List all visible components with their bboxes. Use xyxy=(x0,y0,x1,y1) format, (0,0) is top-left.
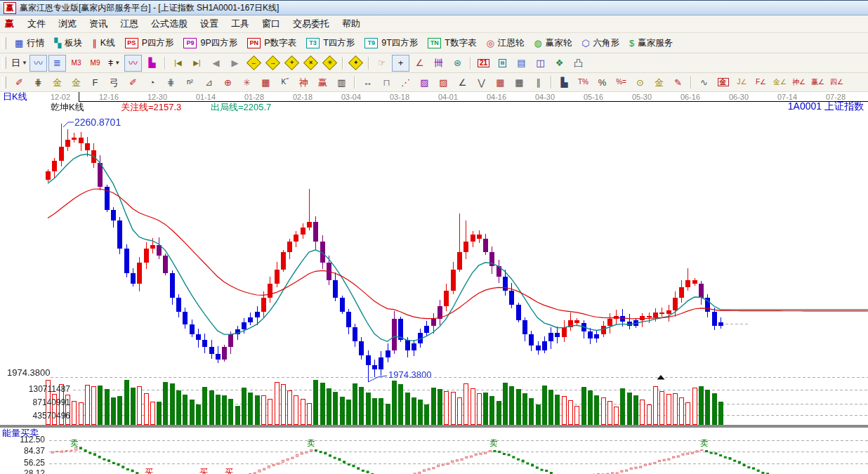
candle-style-button[interactable]: ǂ▼ xyxy=(105,55,123,72)
percent-line-button[interactable]: %= xyxy=(612,74,630,91)
9p-square-button[interactable]: P99P四方形 xyxy=(178,34,242,51)
menu-item-9[interactable]: 帮助 xyxy=(336,17,367,30)
ruler-grid-button[interactable]: ⋕ xyxy=(162,74,180,91)
f-angle-button[interactable]: F∠ xyxy=(752,74,770,91)
9t-square-button[interactable]: T99T四方形 xyxy=(360,34,423,51)
menu-item-0[interactable]: 文件 xyxy=(21,17,52,30)
percent-button[interactable]: % xyxy=(593,74,611,91)
gold-angle-button[interactable]: 金∠ xyxy=(771,74,789,91)
menu-item-2[interactable]: 资讯 xyxy=(83,17,114,30)
gold-grid2-button[interactable]: 金 xyxy=(67,74,85,91)
nav-prev-button[interactable]: ◀ xyxy=(207,55,225,72)
parallel-lines-button[interactable]: ∥ xyxy=(530,74,547,91)
toolbar-grip[interactable] xyxy=(2,57,6,69)
star-grid-button[interactable]: ✳ xyxy=(238,74,256,91)
winner-wheel-button[interactable]: ◍赢家轮 xyxy=(529,34,577,51)
chart-9-button[interactable]: M9 xyxy=(86,55,104,72)
ruler-123-button[interactable]: ▥ xyxy=(333,74,350,91)
t-percent-button[interactable]: T% xyxy=(574,74,592,91)
nav-next-button[interactable]: ▶ xyxy=(226,55,244,72)
t-number-button[interactable]: TNT数字表 xyxy=(423,34,481,51)
rect-tool-button[interactable]: ⊓ xyxy=(378,74,395,91)
sectors-button[interactable]: ▚板块 xyxy=(49,34,87,51)
grid-dark-button[interactable]: ▦ xyxy=(511,74,528,91)
menu-item-8[interactable]: 交易委托 xyxy=(287,17,336,30)
menu-item-4[interactable]: 公式选股 xyxy=(145,17,194,30)
pen-button[interactable]: ✎ xyxy=(669,74,687,91)
box-grid-button[interactable]: ▦ xyxy=(257,74,275,91)
bow-grid-button[interactable]: 弓 xyxy=(105,74,123,91)
gold-line-button[interactable]: 金 xyxy=(650,74,668,91)
n2-grid-button[interactable]: n² xyxy=(181,74,199,91)
p-square-button[interactable]: PSP四方形 xyxy=(120,34,179,51)
nav-first-button[interactable]: |◀ xyxy=(169,55,187,72)
ying-button[interactable]: 赢 xyxy=(314,74,331,91)
zoom-x-button[interactable]: × xyxy=(302,55,320,72)
width-measure-button[interactable]: ↔ xyxy=(359,74,376,91)
menu-item-5[interactable]: 设置 xyxy=(194,17,225,30)
gann-wheel-button[interactable]: ◎江恩轮 xyxy=(482,34,530,51)
oscillator-axis-label: 28.12 xyxy=(0,469,45,474)
zoom-h-button[interactable]: + xyxy=(283,55,301,72)
j-angle-button[interactable]: J∠ xyxy=(733,74,751,91)
si-angle-button[interactable]: 四∠ xyxy=(828,74,846,91)
fan-box-red-button[interactable]: ▨ xyxy=(435,74,452,91)
zoom-right-button[interactable]: → xyxy=(264,55,282,72)
time-cycle-button[interactable]: ◔ xyxy=(143,74,161,91)
zoom-center-button[interactable]: ✦ xyxy=(347,55,364,72)
draw-brush-button[interactable]: ✐ xyxy=(11,74,28,91)
wave-button[interactable]: ∿ xyxy=(695,74,713,91)
mirror-angle-button[interactable]: ⊿ xyxy=(200,74,218,91)
zigzag-button[interactable]: ⋁ xyxy=(473,74,490,91)
p-number-button[interactable]: PNP数字表 xyxy=(242,34,301,51)
f-grid-button[interactable]: F xyxy=(86,74,104,91)
circle-cross-button[interactable]: ⊕ xyxy=(219,74,237,91)
chart-canvas[interactable] xyxy=(0,92,868,474)
nav-last-button[interactable]: ▶| xyxy=(188,55,206,72)
grid-small-button[interactable]: ⋕ xyxy=(29,74,47,91)
market-quotes-button[interactable]: ▦行情 xyxy=(10,34,49,51)
brush-red-button[interactable]: ✐ xyxy=(124,74,142,91)
info-panel-button[interactable]: ≣ xyxy=(48,55,66,72)
gold-circle-button[interactable]: ⊙ xyxy=(631,74,649,91)
period-day-button[interactable]: 日▼ xyxy=(11,55,28,72)
export-button[interactable]: ❖ xyxy=(551,55,568,72)
pattern-overlay-button[interactable]: 〰 xyxy=(29,55,47,72)
save-button[interactable]: ◫ xyxy=(532,55,549,72)
chart-3-button[interactable]: M3 xyxy=(67,55,85,72)
crosshair-button[interactable]: + xyxy=(392,55,409,72)
angle-measure-button[interactable]: ∠ xyxy=(411,55,428,72)
cycle-tool-button[interactable]: ⊛ xyxy=(449,55,466,72)
hexagon-button[interactable]: ⬡六角形 xyxy=(577,34,624,51)
ying-angle-button[interactable]: 赢∠ xyxy=(809,74,827,91)
kline-button[interactable]: ∥K线 xyxy=(87,34,119,51)
print-button[interactable]: 凸 xyxy=(570,55,587,72)
toolbar-grip[interactable] xyxy=(2,77,6,88)
angle-lines-button[interactable]: ∠ xyxy=(454,74,471,91)
k-quote-button[interactable]: K˝ xyxy=(276,74,294,91)
gold-grid-button[interactable]: 金 xyxy=(48,74,66,91)
shen-angle-button[interactable]: 神∠ xyxy=(790,74,808,91)
shen-button[interactable]: 神 xyxy=(295,74,313,91)
fan-lines-button[interactable]: ⋰ xyxy=(397,74,414,91)
grid-red-button[interactable]: ▦ xyxy=(492,74,509,91)
menu-item-6[interactable]: 工具 xyxy=(225,17,256,30)
gold-box-button[interactable]: 金 xyxy=(714,74,732,91)
hand-tool-button[interactable]: ☞ xyxy=(373,55,390,72)
zoom-left-button[interactable]: ← xyxy=(245,55,263,72)
fan-box-purple-button[interactable]: ▨ xyxy=(416,74,433,91)
notes-button[interactable]: ▤ xyxy=(513,55,530,72)
calendar-button[interactable]: 21 xyxy=(475,55,492,72)
winner-service-button[interactable]: $赢家服务 xyxy=(624,34,678,51)
calculator-button[interactable]: ⌗ xyxy=(494,55,511,72)
gann-knot-button[interactable]: 卌 xyxy=(430,55,447,72)
volume-style-button[interactable]: ▙ xyxy=(143,55,161,72)
qiankun-pattern-button[interactable]: 〰 xyxy=(124,55,142,72)
menu-item-7[interactable]: 窗口 xyxy=(256,17,287,30)
t-square-button[interactable]: T3T四方形 xyxy=(301,34,360,51)
zoom-star-button[interactable]: ✳ xyxy=(321,55,338,72)
menu-item-1[interactable]: 浏览 xyxy=(52,17,83,30)
menu-item-3[interactable]: 江恩 xyxy=(114,17,145,30)
toolbar-grip[interactable] xyxy=(2,37,6,49)
bar-chart-tool-button[interactable]: ▙ xyxy=(555,74,573,91)
